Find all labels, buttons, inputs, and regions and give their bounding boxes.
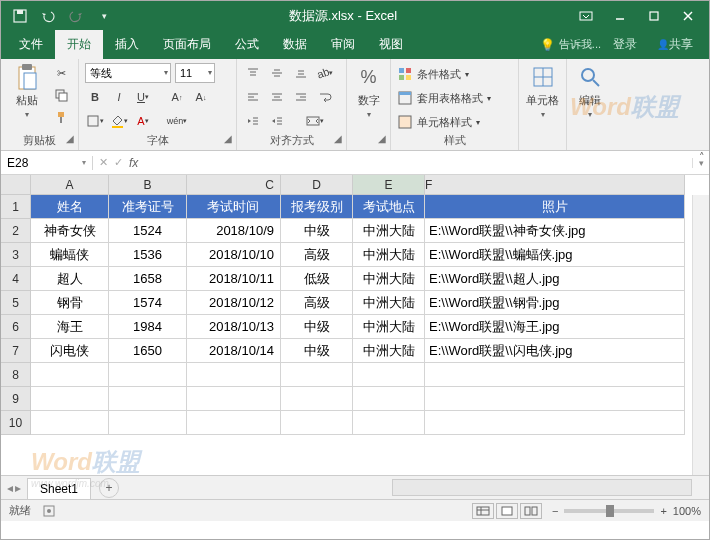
cell[interactable]: 高级 — [281, 291, 353, 315]
cell[interactable]: 中洲大陆 — [353, 315, 425, 339]
cell[interactable]: 神奇女侠 — [31, 219, 109, 243]
cell[interactable]: 准考证号 — [109, 195, 187, 219]
tab-layout[interactable]: 页面布局 — [151, 30, 223, 59]
cell[interactable] — [425, 411, 685, 435]
fill-color-button[interactable]: ▾ — [109, 111, 129, 131]
paste-button[interactable]: 粘贴 ▾ — [7, 63, 47, 119]
dialog-launcher-icon[interactable]: ◢ — [334, 133, 342, 144]
cell[interactable]: 姓名 — [31, 195, 109, 219]
merge-button[interactable]: ▾ — [299, 111, 331, 131]
page-layout-view-button[interactable] — [496, 503, 518, 519]
cell[interactable]: 1650 — [109, 339, 187, 363]
font-name-combo[interactable]: 等线▾ — [85, 63, 171, 83]
cells-button[interactable]: 单元格 ▾ — [525, 63, 560, 119]
cell[interactable]: E:\\Word联盟\\海王.jpg — [425, 315, 685, 339]
cell[interactable]: 1658 — [109, 267, 187, 291]
col-header[interactable]: D — [281, 175, 353, 195]
tab-insert[interactable]: 插入 — [103, 30, 151, 59]
cell[interactable]: 超人 — [31, 267, 109, 291]
cell[interactable]: E:\\Word联盟\\超人.jpg — [425, 267, 685, 291]
cancel-formula-icon[interactable]: ✕ — [99, 156, 108, 169]
align-top-button[interactable] — [243, 63, 263, 83]
table-format-button[interactable]: 套用表格格式 ▾ — [397, 87, 491, 109]
cell[interactable]: 闪电侠 — [31, 339, 109, 363]
cell[interactable]: E:\\Word联盟\\钢骨.jpg — [425, 291, 685, 315]
row-header[interactable]: 4 — [1, 267, 31, 291]
cell[interactable]: 低级 — [281, 267, 353, 291]
redo-button[interactable] — [65, 5, 87, 27]
italic-button[interactable]: I — [109, 87, 129, 107]
cell[interactable]: 中级 — [281, 339, 353, 363]
tab-view[interactable]: 视图 — [367, 30, 415, 59]
horizontal-scrollbar[interactable] — [392, 479, 692, 496]
row-header[interactable]: 5 — [1, 291, 31, 315]
conditional-format-button[interactable]: 条件格式 ▾ — [397, 63, 469, 85]
cell[interactable] — [353, 411, 425, 435]
macro-record-icon[interactable] — [43, 505, 55, 517]
bold-button[interactable]: B — [85, 87, 105, 107]
cell[interactable] — [109, 411, 187, 435]
row-header[interactable]: 6 — [1, 315, 31, 339]
cell[interactable] — [281, 411, 353, 435]
share-button[interactable]: 👤共享 — [649, 30, 701, 59]
tell-me-input[interactable]: 告诉我... — [559, 37, 601, 52]
formula-input[interactable] — [144, 156, 686, 170]
cells[interactable]: 姓名 准考证号 考试时间 报考级别 考试地点 照片 神奇女侠15242018/1… — [31, 195, 685, 435]
cell[interactable]: 2018/10/11 — [187, 267, 281, 291]
row-header[interactable]: 8 — [1, 363, 31, 387]
cell[interactable]: 中洲大陆 — [353, 291, 425, 315]
cell[interactable]: 报考级别 — [281, 195, 353, 219]
login-button[interactable]: 登录 — [605, 30, 645, 59]
dialog-launcher-icon[interactable]: ◢ — [224, 133, 232, 144]
number-format-button[interactable]: % 数字 ▾ — [353, 63, 384, 119]
col-header[interactable]: E — [353, 175, 425, 195]
cell[interactable] — [187, 387, 281, 411]
cell[interactable]: 高级 — [281, 243, 353, 267]
cell[interactable]: 2018/10/13 — [187, 315, 281, 339]
select-all-corner[interactable] — [1, 175, 31, 195]
cell[interactable]: 中洲大陆 — [353, 267, 425, 291]
cell[interactable]: 1536 — [109, 243, 187, 267]
cell[interactable]: 2018/10/12 — [187, 291, 281, 315]
row-header[interactable]: 3 — [1, 243, 31, 267]
editing-button[interactable]: 编辑 ▾ — [573, 63, 607, 119]
cell[interactable]: 照片 — [425, 195, 685, 219]
format-painter-button[interactable] — [51, 107, 71, 127]
cell[interactable] — [425, 387, 685, 411]
cell[interactable]: E:\\Word联盟\\神奇女侠.jpg — [425, 219, 685, 243]
row-header[interactable]: 2 — [1, 219, 31, 243]
cell[interactable] — [31, 363, 109, 387]
maximize-button[interactable] — [639, 5, 669, 27]
enter-formula-icon[interactable]: ✓ — [114, 156, 123, 169]
sheet-nav-prev-icon[interactable]: ◂ — [7, 481, 13, 495]
cell[interactable] — [109, 363, 187, 387]
add-sheet-button[interactable]: + — [99, 478, 119, 498]
align-center-button[interactable] — [267, 87, 287, 107]
ribbon-options-icon[interactable] — [571, 5, 601, 27]
save-button[interactable] — [9, 5, 31, 27]
col-header[interactable]: A — [31, 175, 109, 195]
increase-font-button[interactable]: A↑ — [167, 87, 187, 107]
cell[interactable]: 1524 — [109, 219, 187, 243]
row-header[interactable]: 7 — [1, 339, 31, 363]
cell[interactable]: 1984 — [109, 315, 187, 339]
tab-data[interactable]: 数据 — [271, 30, 319, 59]
tab-formulas[interactable]: 公式 — [223, 30, 271, 59]
cut-button[interactable]: ✂ — [51, 63, 71, 83]
close-button[interactable] — [673, 5, 703, 27]
minimize-button[interactable] — [605, 5, 635, 27]
normal-view-button[interactable] — [472, 503, 494, 519]
cell-style-button[interactable]: 单元格样式 ▾ — [397, 111, 480, 133]
sheet-nav-next-icon[interactable]: ▸ — [15, 481, 21, 495]
cell[interactable]: 中洲大陆 — [353, 243, 425, 267]
align-middle-button[interactable] — [267, 63, 287, 83]
cell[interactable]: 2018/10/9 — [187, 219, 281, 243]
cell[interactable]: 考试地点 — [353, 195, 425, 219]
zoom-slider[interactable] — [564, 509, 654, 513]
cell[interactable] — [31, 411, 109, 435]
dialog-launcher-icon[interactable]: ◢ — [66, 133, 74, 144]
align-bottom-button[interactable] — [291, 63, 311, 83]
cell[interactable] — [281, 363, 353, 387]
tab-review[interactable]: 审阅 — [319, 30, 367, 59]
col-header[interactable]: C — [187, 175, 281, 195]
